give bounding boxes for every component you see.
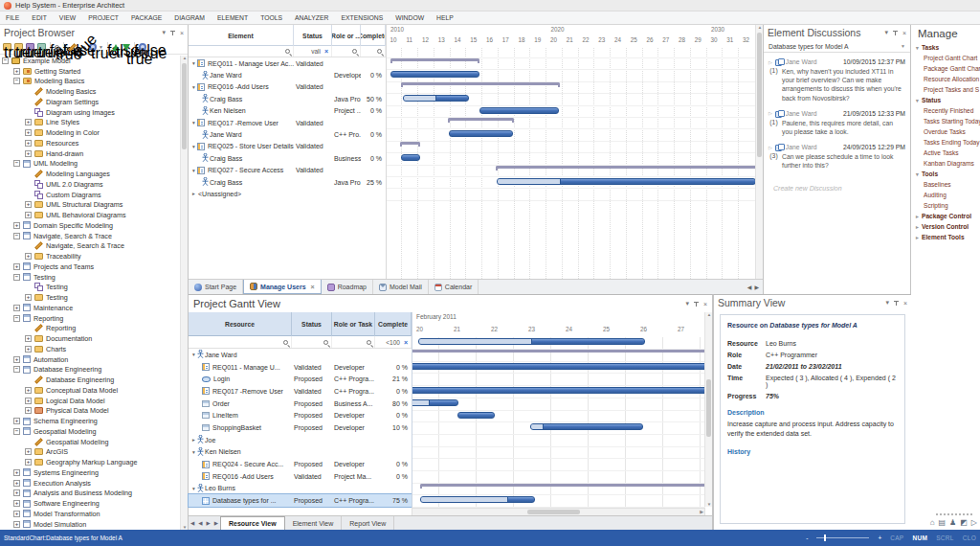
tree-item-navigate-search-trace[interactable]: −Navigate, Search & Trace [0,231,180,241]
jane-ward-task-bar[interactable] [449,130,513,137]
tree-item-model-simulation[interactable]: +Model Simulation [0,519,180,529]
table-row-req016-add-users[interactable]: REQ016 -Add UsersValidatedProject Ma...0… [189,470,412,483]
expander-icon[interactable]: ▸ [915,224,920,230]
tree-item-uml-behavioral-diagrams[interactable]: +UML Behavioral Diagrams [0,210,180,220]
tree-expander-icon[interactable]: + [25,140,32,147]
tree-item-navigate-search-trace[interactable]: Navigate, Search & Trace [0,241,180,252]
hierarchy-icon[interactable]: ♟ [949,518,956,527]
column-header-role-or-task[interactable]: Role or Task [332,312,375,336]
tree-item-logical-data-model[interactable]: +Logical Data Model [0,396,180,406]
row-expander-icon[interactable]: ▾ [190,144,197,149]
tree-item-projects-and-teams[interactable]: +Projects and Teams [0,262,180,272]
nav-last-icon[interactable]: ▶ [212,516,220,530]
search-icon[interactable]: true [55,45,59,50]
expander-icon[interactable]: ▷ [768,59,772,65]
tab-report-view[interactable]: Report View [342,516,394,530]
tree-expander-icon[interactable]: − [13,274,20,281]
tree-item-testing[interactable]: −Testing [0,272,180,283]
tree-item-automation[interactable]: +Automation [0,354,180,365]
menu-project[interactable]: PROJECT [88,14,119,21]
close-icon[interactable]: × [903,300,907,307]
manage-item-tasks-starting-today[interactable]: Tasks Starting Today [911,116,980,126]
table-row-ken-nielsen[interactable]: Ken NielsenProject ...0 % [189,105,386,117]
tree-expander-icon[interactable]: + [13,418,20,424]
table-row-req016-add-users[interactable]: ▾REQ016 -Add UsersValidated [189,81,386,93]
table-row-req025-store-user-details[interactable]: ▾REQ025 - Store User DetailsValidated [189,141,386,152]
manage-section-status[interactable]: ▾Status [911,95,980,105]
close-icon[interactable]: × [180,30,184,36]
expander-icon[interactable]: ▾ [915,171,920,177]
tree-item-geospatial-modeling[interactable]: Geospatial Modeling [0,437,180,447]
craig-bass-progress-bar[interactable] [497,178,755,185]
manage-item-recently-finished[interactable]: Recently Finished [911,105,980,116]
tree-item-analysis-and-business-modeling[interactable]: +Analysis and Business Modeling [0,489,180,499]
shoppingbasket-progress-bar[interactable] [530,423,644,430]
table-row-craig-bass[interactable]: Craig BassBusiness...0 % [189,152,386,164]
manage-item-package-gantt-chart[interactable]: Package Gantt Chart [911,63,980,74]
row-expander-icon[interactable]: ▾ [190,60,197,66]
lineitem-task-bar[interactable] [457,412,495,419]
history-link[interactable]: History [727,448,898,455]
manage-section-element-tools[interactable]: ▸Element Tools [911,232,980,242]
scrolled-task-progress-bar[interactable] [418,338,646,345]
new-diagram-icon[interactable]: true [26,43,34,51]
column-header-role-or[interactable]: Role or ... [332,25,361,46]
tree-item-conceptual-data-model[interactable]: +Conceptual Data Model [0,385,180,396]
row-expander-icon[interactable]: ▾ [190,168,197,173]
tree-expander-icon[interactable]: + [13,263,20,270]
tree-item-hand-drawn[interactable]: +Hand-drawn [0,148,180,159]
tree-item-diagram-using-images[interactable]: Diagram using Images [0,107,180,118]
tree-item-uml-2-0-diagrams[interactable]: UML 2.0 Diagrams [0,179,180,190]
tree-item-reporting[interactable]: −Reporting [0,313,180,324]
column-header-resource[interactable]: Resource [189,312,292,336]
discussion-header[interactable]: ▷Jane Ward21/09/2015 12:33 PM [764,109,910,118]
tree-item-arcgis[interactable]: +ArcGIS [0,447,180,458]
tab-model-mail[interactable]: Model Mail [373,280,429,294]
nav-next-icon[interactable]: ▶ [204,516,212,530]
scroll-right-icon[interactable]: ▶ [754,284,759,290]
table-row-ken-nielsen[interactable]: ▾Ken Nielsen [189,446,412,459]
tree-item-physical-data-model[interactable]: +Physical Data Model [0,406,180,417]
scrollbar-thumb[interactable] [182,63,187,149]
manage-item-baselines[interactable]: Baselines [911,179,980,190]
menu-tools[interactable]: TOOLS [260,14,282,21]
tree-item-charts[interactable]: +Charts [0,344,180,354]
expander-icon[interactable]: ▾ [915,45,920,51]
scroll-right-icon[interactable]: ▶ [700,509,703,514]
scroll-down-icon[interactable]: ▼ [705,502,713,507]
row-expander-icon[interactable]: ▸ [190,437,197,443]
tree-expander-icon[interactable]: + [25,387,32,394]
tree-expander-icon[interactable]: + [25,129,32,136]
scroll-left-icon[interactable]: ◀ [747,284,752,290]
tab-start-page[interactable]: Start Page [189,280,243,294]
manage-item-auditing[interactable]: Auditing [911,190,980,200]
manage-item-scripting[interactable]: Scripting [911,200,980,211]
scrollbar-thumb[interactable] [527,510,580,514]
manage-section-package-control[interactable]: ▸Package Control [911,211,980,221]
close-icon[interactable]: × [703,301,707,307]
create-discussion-link[interactable]: Create new Discussion [773,185,910,192]
row-expander-icon[interactable]: ▾ [190,352,197,357]
table-row-req011-manage-user-ac[interactable]: ▾REQ011 - Manage User Ac...Validated [189,57,386,69]
manage-section-version-control[interactable]: ▸Version Control [911,221,980,232]
table-row-database-types-for[interactable]: Database types for ...ProposedC++ Progra… [189,494,412,507]
req017-remove-user-task-bar[interactable] [412,387,705,394]
tree-item-software-engineering[interactable]: +Software Engineering [0,498,180,509]
pin-icon[interactable] [169,30,176,36]
zoom-out-button[interactable]: - [806,535,808,541]
panel-menu-icon[interactable]: ▾ [884,29,888,36]
tree-expander-icon[interactable]: + [13,68,20,75]
row-expander-icon[interactable]: ▾ [190,84,197,90]
tree-item-testing[interactable]: +Testing [0,292,180,303]
tree-expander-icon[interactable]: − [13,78,20,84]
column-header-status[interactable]: Status [292,312,332,336]
tree-item-modeling-basics[interactable]: Modeling Basics [0,86,180,97]
menu-view[interactable]: VIEW [59,14,76,21]
drag-handle[interactable] [936,513,972,515]
table-row-joe[interactable]: ▸Joe [189,434,412,446]
table-row-craig-bass[interactable]: Craig BassJava Pro...25 % [189,176,386,188]
tree-item-database-engineering[interactable]: −Database Engineering [0,365,180,375]
column-header-status[interactable]: Status [294,25,332,46]
tree-expander-icon[interactable]: + [25,150,32,157]
table-row-req017-remove-user[interactable]: ▾REQ017 -Remove UserValidated [189,117,386,128]
